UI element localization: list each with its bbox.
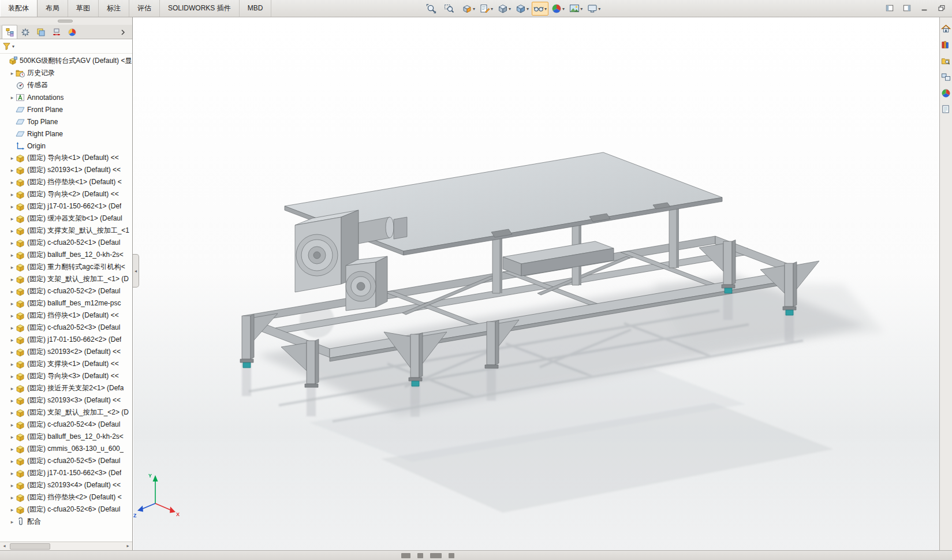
tree-item[interactable]: ▸ Right Plane: [0, 128, 132, 140]
grip-handle-icon[interactable]: [58, 20, 73, 23]
tree-item[interactable]: ▸ 500KG级翻转台式AGV (Default) <显: [0, 55, 132, 67]
hud-button[interactable]: ▾: [585, 2, 602, 16]
tree-item[interactable]: ▸ Origin: [0, 140, 132, 152]
expand-arrow-icon[interactable]: ▸: [9, 216, 16, 222]
tree-item[interactable]: ▸ (固定) 挡停垫块<2> (Default) <: [0, 491, 132, 503]
filter-caret-icon[interactable]: ▾: [12, 44, 14, 49]
expand-arrow-icon[interactable]: ▸: [9, 446, 16, 452]
expand-arrow-icon[interactable]: ▸: [9, 228, 16, 234]
tree-item[interactable]: ▸ (固定) 挡停垫块<1> (Default) <: [0, 176, 132, 188]
dropdown-caret-icon[interactable]: ▾: [544, 6, 547, 12]
command-tab[interactable]: 标注: [99, 0, 129, 17]
expand-arrow-icon[interactable]: ▸: [9, 398, 16, 404]
tree-item[interactable]: ▸ (固定) c-cfua20-52<6> (Defaul: [0, 503, 132, 516]
hud-button[interactable]: ▾: [424, 2, 441, 16]
tree-item[interactable]: ▸ (固定) 重力翻转式agc牵引机构<: [0, 261, 132, 273]
hud-button[interactable]: ▾: [568, 2, 584, 16]
panel-tab[interactable]: [17, 25, 33, 39]
tree-item[interactable]: ▸ 配合: [0, 516, 132, 528]
command-tab[interactable]: 草图: [68, 0, 99, 17]
tree-item[interactable]: ▸ (固定) c-cfua20-52<1> (Defaul: [0, 237, 132, 249]
expand-arrow-icon[interactable]: ▸: [9, 471, 16, 476]
tree-item[interactable]: ▸ (固定) c-cfua20-52<3> (Defaul: [0, 322, 132, 334]
expand-arrow-icon[interactable]: ▸: [9, 180, 16, 185]
command-tab[interactable]: 布局: [38, 0, 68, 17]
command-tab[interactable]: SOLIDWORKS 插件: [160, 0, 240, 17]
tree-item[interactable]: ▸ (固定) j17-01-150-662<2> (Def: [0, 334, 132, 346]
tree-item[interactable]: ▸ (固定) balluff_bes_12_0-kh-2s<: [0, 431, 132, 443]
tree-item[interactable]: ▸ (固定) balluff_bes_12_0-kh-2s<: [0, 249, 132, 261]
expand-arrow-icon[interactable]: ▸: [9, 192, 16, 197]
scroll-left-icon[interactable]: ◂: [0, 542, 9, 550]
dropdown-caret-icon[interactable]: ▾: [509, 6, 511, 12]
tree-item[interactable]: ▸ (固定) j17-01-150-662<3> (Def: [0, 467, 132, 479]
task-pane-button[interactable]: [940, 72, 951, 83]
expand-arrow-icon[interactable]: ▸: [9, 386, 16, 391]
window-button[interactable]: [883, 2, 897, 14]
panel-tab[interactable]: [2, 25, 17, 39]
filter-icon[interactable]: [2, 42, 11, 51]
panel-grip[interactable]: [0, 17, 132, 25]
expand-arrow-icon[interactable]: ▸: [9, 252, 16, 258]
graphics-area[interactable]: Y X Z: [133, 17, 939, 550]
expand-arrow-icon[interactable]: ▸: [9, 349, 16, 355]
command-tab[interactable]: MBD: [240, 0, 272, 17]
expand-arrow-icon[interactable]: ▸: [9, 325, 16, 331]
hud-button[interactable]: ▾: [496, 2, 513, 16]
window-button[interactable]: [935, 2, 949, 14]
expand-arrow-icon[interactable]: ▸: [9, 204, 16, 210]
expand-arrow-icon[interactable]: ▸: [9, 277, 16, 282]
tree-horizontal-scrollbar[interactable]: ◂ ▸: [0, 542, 132, 550]
tree-item[interactable]: ▸ (固定) s20193<4> (Default) <<: [0, 479, 132, 491]
tree-item[interactable]: ▸ (固定) 支架_默认_按加工_<2> (D: [0, 406, 132, 419]
expand-arrow-icon[interactable]: ▸: [9, 95, 16, 100]
dropdown-caret-icon[interactable]: ▾: [491, 6, 493, 12]
expand-arrow-icon[interactable]: ▸: [9, 167, 16, 173]
expand-arrow-icon[interactable]: ▸: [9, 361, 16, 367]
tree-item[interactable]: ▸ (固定) cmmis_063-130_u_600_: [0, 443, 132, 455]
tree-item[interactable]: ▸ (固定) 支撑块<1> (Default) <<: [0, 358, 132, 370]
expand-arrow-icon[interactable]: ▸: [9, 434, 16, 440]
task-pane-button[interactable]: [940, 39, 951, 50]
hud-button[interactable]: ▾: [478, 2, 495, 16]
tree-item[interactable]: ▸ (固定) 支架_默认_按加工_<1> (D: [0, 273, 132, 285]
tree-item[interactable]: ▸ (固定) 导向块<2> (Default) <<: [0, 188, 132, 200]
tree-item[interactable]: ▸ (固定) c-cfua20-52<4> (Defaul: [0, 419, 132, 431]
tree-item[interactable]: ▸ (固定) s20193<2> (Default) <<: [0, 346, 132, 358]
tree-item[interactable]: ▸ (固定) s20193<3> (Default) <<: [0, 394, 132, 406]
secondary-gearbox[interactable]: [346, 256, 387, 311]
expand-arrow-icon[interactable]: ▸: [9, 289, 16, 294]
command-tab[interactable]: 评估: [129, 0, 160, 17]
hud-button[interactable]: ▾: [460, 2, 477, 16]
expand-arrow-icon[interactable]: ▸: [9, 70, 16, 76]
tree-item[interactable]: ▸ (固定) s20193<1> (Default) <<: [0, 164, 132, 176]
tree-item[interactable]: ▸ 传感器: [0, 79, 132, 91]
graphics-viewport[interactable]: Y X Z: [133, 17, 939, 550]
expand-arrow-icon[interactable]: ▸: [9, 458, 16, 464]
tree-item[interactable]: ▸ (固定) balluff_bes_m12me-psc: [0, 297, 132, 309]
window-button[interactable]: [900, 2, 914, 14]
tree-item[interactable]: ▸ Top Plane: [0, 115, 132, 128]
dropdown-caret-icon[interactable]: ▾: [598, 6, 600, 12]
expand-arrow-icon[interactable]: ▸: [9, 155, 16, 161]
tree-item[interactable]: ▸ (固定) 导向块<3> (Default) <<: [0, 370, 132, 382]
tree-item[interactable]: ▸ 历史记录: [0, 67, 132, 79]
dropdown-caret-icon[interactable]: ▾: [473, 6, 475, 12]
panel-collapse-handle[interactable]: ◂: [133, 254, 139, 288]
tree-item[interactable]: ▸ (固定) j17-01-150-662<1> (Def: [0, 200, 132, 212]
expand-arrow-icon[interactable]: ▸: [9, 374, 16, 379]
expand-arrow-icon[interactable]: ▸: [9, 313, 16, 319]
expand-arrow-icon[interactable]: ▸: [9, 495, 16, 501]
command-tab[interactable]: 装配体: [0, 0, 38, 17]
panel-tab[interactable]: [115, 25, 130, 39]
hud-button[interactable]: ▾: [442, 2, 459, 16]
expand-arrow-icon[interactable]: ▸: [9, 337, 16, 343]
panel-tab[interactable]: [64, 25, 80, 39]
dropdown-caret-icon[interactable]: ▾: [527, 6, 529, 12]
tree-item[interactable]: ▸ Front Plane: [0, 103, 132, 115]
expand-arrow-icon[interactable]: ▸: [9, 264, 16, 270]
tree-item[interactable]: ▸ (固定) c-cfua20-52<2> (Defaul: [0, 285, 132, 297]
panel-tab[interactable]: [33, 25, 48, 39]
tree-item[interactable]: ▸ (固定) 支撑支架_默认_按加工_<1: [0, 225, 132, 237]
tree-item[interactable]: ▸ (固定) 缓冲器支架b<1> (Defaul: [0, 212, 132, 225]
